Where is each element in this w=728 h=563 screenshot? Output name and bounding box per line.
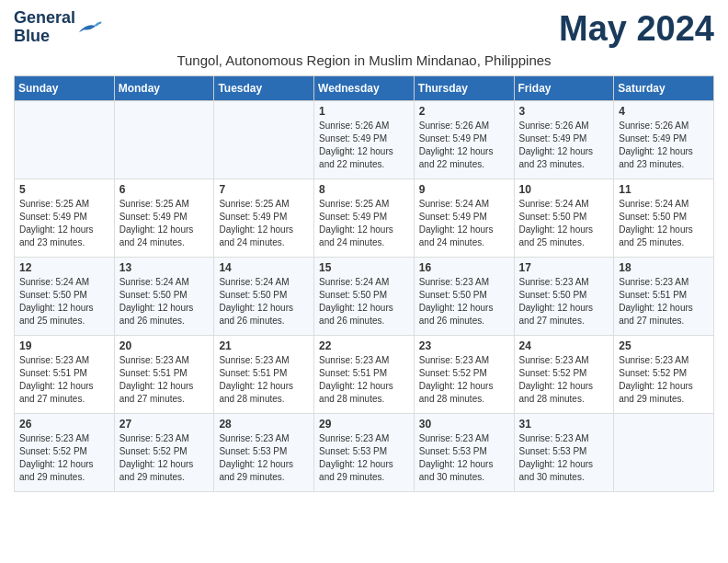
location-title: Tungol, Autonomous Region in Muslim Mind…: [14, 52, 714, 68]
calendar-table: SundayMondayTuesdayWednesdayThursdayFrid…: [14, 75, 714, 492]
day-number: 25: [619, 339, 709, 352]
day-number: 14: [219, 261, 309, 274]
day-detail: Sunrise: 5:23 AM Sunset: 5:53 PM Dayligh…: [519, 432, 609, 484]
day-number: 29: [319, 418, 409, 431]
day-detail: Sunrise: 5:23 AM Sunset: 5:53 PM Dayligh…: [319, 432, 409, 484]
day-detail: Sunrise: 5:23 AM Sunset: 5:51 PM Dayligh…: [119, 354, 210, 406]
day-detail: Sunrise: 5:23 AM Sunset: 5:52 PM Dayligh…: [19, 432, 109, 484]
week-row-4: 19Sunrise: 5:23 AM Sunset: 5:51 PM Dayli…: [15, 336, 714, 414]
day-number: 30: [419, 418, 509, 431]
day-number: 20: [119, 339, 210, 352]
day-detail: Sunrise: 5:23 AM Sunset: 5:50 PM Dayligh…: [419, 276, 509, 327]
calendar-cell: [15, 101, 115, 179]
day-detail: Sunrise: 5:23 AM Sunset: 5:51 PM Dayligh…: [219, 354, 309, 406]
calendar-cell: 27Sunrise: 5:23 AM Sunset: 5:52 PM Dayli…: [114, 414, 214, 492]
day-number: 5: [19, 183, 109, 196]
week-row-3: 12Sunrise: 5:24 AM Sunset: 5:50 PM Dayli…: [15, 258, 714, 336]
calendar-cell: 11Sunrise: 5:24 AM Sunset: 5:50 PM Dayli…: [614, 179, 714, 258]
calendar-cell: 17Sunrise: 5:23 AM Sunset: 5:50 PM Dayli…: [514, 258, 614, 336]
calendar-cell: 18Sunrise: 5:23 AM Sunset: 5:51 PM Dayli…: [614, 258, 714, 336]
week-row-2: 5Sunrise: 5:25 AM Sunset: 5:49 PM Daylig…: [15, 179, 714, 258]
day-detail: Sunrise: 5:24 AM Sunset: 5:50 PM Dayligh…: [219, 276, 309, 327]
calendar-cell: 28Sunrise: 5:23 AM Sunset: 5:53 PM Dayli…: [214, 414, 314, 492]
calendar-cell: 1Sunrise: 5:26 AM Sunset: 5:49 PM Daylig…: [314, 101, 415, 179]
calendar-cell: 12Sunrise: 5:24 AM Sunset: 5:50 PM Dayli…: [15, 258, 115, 336]
day-number: 17: [519, 261, 609, 274]
day-detail: Sunrise: 5:23 AM Sunset: 5:52 PM Dayligh…: [119, 432, 210, 484]
calendar-cell: 19Sunrise: 5:23 AM Sunset: 5:51 PM Dayli…: [15, 336, 115, 414]
day-number: 27: [119, 418, 210, 431]
day-detail: Sunrise: 5:23 AM Sunset: 5:53 PM Dayligh…: [419, 432, 509, 484]
day-number: 11: [619, 183, 709, 196]
header-day-friday: Friday: [514, 76, 614, 101]
day-number: 6: [119, 183, 210, 196]
calendar-cell: 2Sunrise: 5:26 AM Sunset: 5:49 PM Daylig…: [414, 101, 514, 179]
day-detail: Sunrise: 5:26 AM Sunset: 5:49 PM Dayligh…: [619, 120, 709, 171]
day-detail: Sunrise: 5:24 AM Sunset: 5:50 PM Dayligh…: [319, 276, 409, 327]
day-detail: Sunrise: 5:23 AM Sunset: 5:52 PM Dayligh…: [619, 354, 709, 406]
logo-bird-icon: [77, 17, 103, 39]
day-detail: Sunrise: 5:26 AM Sunset: 5:49 PM Dayligh…: [519, 120, 609, 171]
header-day-sunday: Sunday: [15, 76, 115, 101]
calendar-cell: 6Sunrise: 5:25 AM Sunset: 5:49 PM Daylig…: [114, 179, 214, 258]
day-detail: Sunrise: 5:24 AM Sunset: 5:49 PM Dayligh…: [419, 198, 509, 249]
calendar-cell: [114, 101, 214, 179]
header-day-monday: Monday: [114, 76, 214, 101]
calendar-cell: 13Sunrise: 5:24 AM Sunset: 5:50 PM Dayli…: [114, 258, 214, 336]
week-row-5: 26Sunrise: 5:23 AM Sunset: 5:52 PM Dayli…: [15, 414, 714, 492]
day-detail: Sunrise: 5:25 AM Sunset: 5:49 PM Dayligh…: [219, 198, 309, 249]
day-number: 8: [319, 183, 409, 196]
day-number: 18: [619, 261, 709, 274]
day-detail: Sunrise: 5:23 AM Sunset: 5:51 PM Dayligh…: [619, 276, 709, 327]
header-day-thursday: Thursday: [414, 76, 514, 101]
day-number: 26: [19, 418, 109, 431]
day-number: 16: [419, 261, 509, 274]
calendar-cell: 31Sunrise: 5:23 AM Sunset: 5:53 PM Dayli…: [514, 414, 614, 492]
day-detail: Sunrise: 5:25 AM Sunset: 5:49 PM Dayligh…: [119, 198, 210, 249]
calendar-cell: 15Sunrise: 5:24 AM Sunset: 5:50 PM Dayli…: [314, 258, 415, 336]
calendar-cell: 3Sunrise: 5:26 AM Sunset: 5:49 PM Daylig…: [514, 101, 614, 179]
day-number: 12: [19, 261, 109, 274]
day-number: 9: [419, 183, 509, 196]
day-detail: Sunrise: 5:24 AM Sunset: 5:50 PM Dayligh…: [519, 198, 609, 249]
header-row: SundayMondayTuesdayWednesdayThursdayFrid…: [15, 76, 714, 101]
day-number: 7: [219, 183, 309, 196]
calendar-cell: 23Sunrise: 5:23 AM Sunset: 5:52 PM Dayli…: [414, 336, 514, 414]
logo: GeneralBlue: [14, 9, 103, 46]
day-number: 23: [419, 339, 509, 352]
day-detail: Sunrise: 5:26 AM Sunset: 5:49 PM Dayligh…: [319, 120, 409, 171]
day-number: 28: [219, 418, 309, 431]
day-detail: Sunrise: 5:23 AM Sunset: 5:51 PM Dayligh…: [19, 354, 109, 406]
day-detail: Sunrise: 5:24 AM Sunset: 5:50 PM Dayligh…: [19, 276, 109, 327]
day-detail: Sunrise: 5:23 AM Sunset: 5:53 PM Dayligh…: [219, 432, 309, 484]
header-day-tuesday: Tuesday: [214, 76, 314, 101]
day-number: 4: [619, 105, 709, 118]
header: GeneralBlue May 2024: [14, 9, 714, 49]
calendar-cell: 20Sunrise: 5:23 AM Sunset: 5:51 PM Dayli…: [114, 336, 214, 414]
calendar-cell: 4Sunrise: 5:26 AM Sunset: 5:49 PM Daylig…: [614, 101, 714, 179]
header-day-wednesday: Wednesday: [314, 76, 415, 101]
logo-text: GeneralBlue: [14, 9, 75, 46]
calendar-cell: 8Sunrise: 5:25 AM Sunset: 5:49 PM Daylig…: [314, 179, 415, 258]
day-detail: Sunrise: 5:25 AM Sunset: 5:49 PM Dayligh…: [319, 198, 409, 249]
day-number: 1: [319, 105, 409, 118]
day-number: 31: [519, 418, 609, 431]
day-number: 2: [419, 105, 509, 118]
calendar-cell: 22Sunrise: 5:23 AM Sunset: 5:51 PM Dayli…: [314, 336, 415, 414]
day-detail: Sunrise: 5:23 AM Sunset: 5:52 PM Dayligh…: [519, 354, 609, 406]
month-title: May 2024: [559, 9, 714, 49]
day-detail: Sunrise: 5:23 AM Sunset: 5:52 PM Dayligh…: [419, 354, 509, 406]
day-number: 19: [19, 339, 109, 352]
day-number: 3: [519, 105, 609, 118]
day-number: 15: [319, 261, 409, 274]
calendar-cell: 16Sunrise: 5:23 AM Sunset: 5:50 PM Dayli…: [414, 258, 514, 336]
day-number: 21: [219, 339, 309, 352]
day-detail: Sunrise: 5:24 AM Sunset: 5:50 PM Dayligh…: [119, 276, 210, 327]
header-day-saturday: Saturday: [614, 76, 714, 101]
calendar-cell: 24Sunrise: 5:23 AM Sunset: 5:52 PM Dayli…: [514, 336, 614, 414]
day-detail: Sunrise: 5:26 AM Sunset: 5:49 PM Dayligh…: [419, 120, 509, 171]
calendar-cell: [614, 414, 714, 492]
calendar-cell: 14Sunrise: 5:24 AM Sunset: 5:50 PM Dayli…: [214, 258, 314, 336]
calendar-cell: 5Sunrise: 5:25 AM Sunset: 5:49 PM Daylig…: [15, 179, 115, 258]
calendar-cell: 25Sunrise: 5:23 AM Sunset: 5:52 PM Dayli…: [614, 336, 714, 414]
